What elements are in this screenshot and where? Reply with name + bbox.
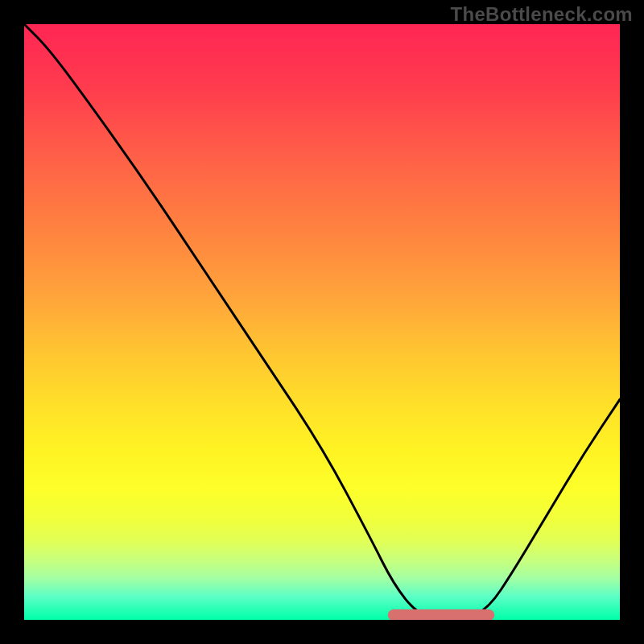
watermark-text: TheBottleneck.com (451, 3, 633, 26)
bottleneck-curve (24, 24, 620, 620)
plot-svg (24, 24, 620, 620)
plot-area (24, 24, 620, 620)
chart-frame: TheBottleneck.com (0, 0, 644, 644)
